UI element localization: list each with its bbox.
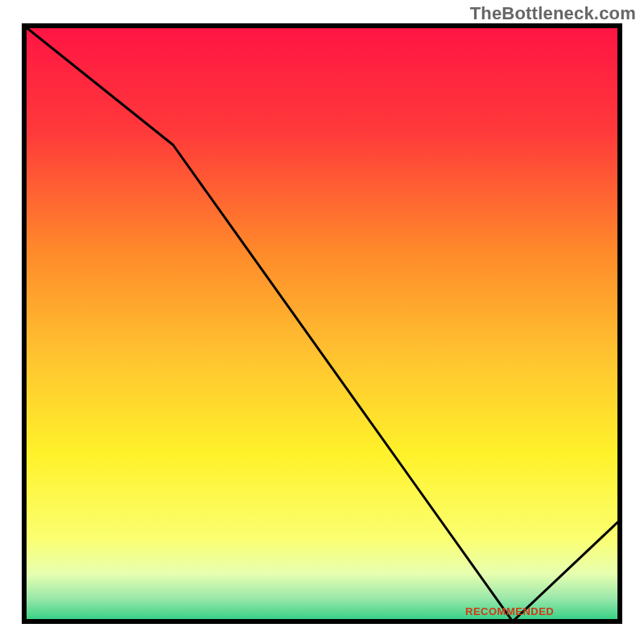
bottleneck-plot bbox=[0, 0, 644, 644]
recommended-annotation: RECOMMENDED bbox=[465, 605, 554, 617]
gradient-background bbox=[24, 26, 620, 621]
chart-canvas: TheBottleneck.com RECOMMENDED bbox=[0, 0, 644, 644]
